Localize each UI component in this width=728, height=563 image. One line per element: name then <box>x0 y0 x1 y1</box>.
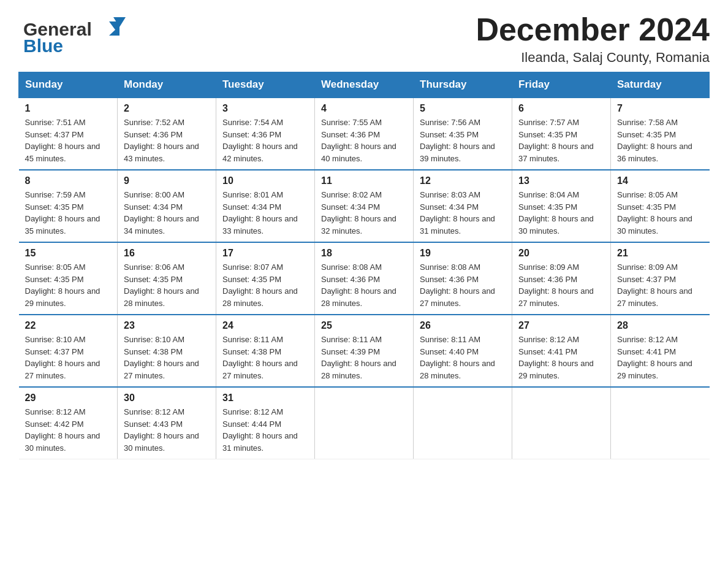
day-info: Sunrise: 7:51 AMSunset: 4:37 PMDaylight:… <box>25 118 100 163</box>
day-number: 27 <box>518 320 604 331</box>
table-row: 18 Sunrise: 8:08 AMSunset: 4:36 PMDaylig… <box>315 242 414 315</box>
day-number: 9 <box>124 175 210 186</box>
day-info: Sunrise: 8:09 AMSunset: 4:36 PMDaylight:… <box>518 262 594 308</box>
day-number: 17 <box>222 248 308 259</box>
page-header: General Blue December 2024 Ileanda, Sala… <box>18 12 710 66</box>
day-info: Sunrise: 8:12 AMSunset: 4:41 PMDaylight:… <box>617 335 692 380</box>
table-row: 22 Sunrise: 8:10 AMSunset: 4:37 PMDaylig… <box>19 315 118 387</box>
day-number: 19 <box>420 248 506 259</box>
day-number: 31 <box>222 393 308 404</box>
day-info: Sunrise: 8:12 AMSunset: 4:42 PMDaylight:… <box>25 407 100 453</box>
day-info: Sunrise: 8:10 AMSunset: 4:37 PMDaylight:… <box>25 335 100 380</box>
day-info: Sunrise: 8:05 AMSunset: 4:35 PMDaylight:… <box>25 262 100 308</box>
header-tuesday: Tuesday <box>216 72 315 98</box>
day-info: Sunrise: 8:12 AMSunset: 4:41 PMDaylight:… <box>518 335 594 380</box>
day-info: Sunrise: 8:09 AMSunset: 4:37 PMDaylight:… <box>617 262 692 308</box>
table-row: 17 Sunrise: 8:07 AMSunset: 4:35 PMDaylig… <box>216 242 315 315</box>
day-info: Sunrise: 8:11 AMSunset: 4:40 PMDaylight:… <box>420 335 495 380</box>
table-row: 26 Sunrise: 8:11 AMSunset: 4:40 PMDaylig… <box>414 315 512 387</box>
location: Ileanda, Salaj County, Romania <box>476 50 710 66</box>
table-row: 13 Sunrise: 8:04 AMSunset: 4:35 PMDaylig… <box>512 170 611 242</box>
day-info: Sunrise: 8:05 AMSunset: 4:35 PMDaylight:… <box>617 190 692 236</box>
header-friday: Friday <box>512 72 611 98</box>
day-info: Sunrise: 8:11 AMSunset: 4:39 PMDaylight:… <box>321 335 396 380</box>
table-row: 7 Sunrise: 7:58 AMSunset: 4:35 PMDayligh… <box>611 98 710 170</box>
calendar-week-row: 8 Sunrise: 7:59 AMSunset: 4:35 PMDayligh… <box>19 170 710 242</box>
svg-text:Blue: Blue <box>23 36 63 55</box>
table-row: 6 Sunrise: 7:57 AMSunset: 4:35 PMDayligh… <box>512 98 611 170</box>
day-info: Sunrise: 8:08 AMSunset: 4:36 PMDaylight:… <box>420 262 495 308</box>
title-section: December 2024 Ileanda, Salaj County, Rom… <box>476 12 710 66</box>
table-row: 12 Sunrise: 8:03 AMSunset: 4:34 PMDaylig… <box>414 170 512 242</box>
day-number: 2 <box>124 103 210 114</box>
day-info: Sunrise: 8:01 AMSunset: 4:34 PMDaylight:… <box>222 190 298 236</box>
table-row <box>512 387 611 459</box>
day-number: 16 <box>124 248 210 259</box>
day-info: Sunrise: 8:08 AMSunset: 4:36 PMDaylight:… <box>321 262 396 308</box>
calendar-week-row: 22 Sunrise: 8:10 AMSunset: 4:37 PMDaylig… <box>19 315 710 387</box>
calendar-week-row: 1 Sunrise: 7:51 AMSunset: 4:37 PMDayligh… <box>19 98 710 170</box>
table-row <box>611 387 710 459</box>
table-row <box>414 387 512 459</box>
day-info: Sunrise: 7:58 AMSunset: 4:35 PMDaylight:… <box>617 118 692 163</box>
day-number: 30 <box>124 393 210 404</box>
header-sunday: Sunday <box>19 72 118 98</box>
calendar-table: Sunday Monday Tuesday Wednesday Thursday… <box>18 72 710 459</box>
table-row: 4 Sunrise: 7:55 AMSunset: 4:36 PMDayligh… <box>315 98 414 170</box>
header-monday: Monday <box>118 72 216 98</box>
table-row: 30 Sunrise: 8:12 AMSunset: 4:43 PMDaylig… <box>118 387 216 459</box>
day-number: 3 <box>222 103 308 114</box>
table-row: 8 Sunrise: 7:59 AMSunset: 4:35 PMDayligh… <box>19 170 118 242</box>
day-number: 13 <box>518 175 604 186</box>
table-row: 20 Sunrise: 8:09 AMSunset: 4:36 PMDaylig… <box>512 242 611 315</box>
day-number: 11 <box>321 175 407 186</box>
calendar-week-row: 29 Sunrise: 8:12 AMSunset: 4:42 PMDaylig… <box>19 387 710 459</box>
day-info: Sunrise: 7:57 AMSunset: 4:35 PMDaylight:… <box>518 118 594 163</box>
table-row <box>315 387 414 459</box>
table-row: 1 Sunrise: 7:51 AMSunset: 4:37 PMDayligh… <box>19 98 118 170</box>
day-number: 15 <box>25 248 112 259</box>
day-number: 20 <box>518 248 604 259</box>
table-row: 21 Sunrise: 8:09 AMSunset: 4:37 PMDaylig… <box>611 242 710 315</box>
day-info: Sunrise: 8:02 AMSunset: 4:34 PMDaylight:… <box>321 190 396 236</box>
day-number: 5 <box>420 103 506 114</box>
day-info: Sunrise: 7:54 AMSunset: 4:36 PMDaylight:… <box>222 118 298 163</box>
day-info: Sunrise: 8:11 AMSunset: 4:38 PMDaylight:… <box>222 335 298 380</box>
table-row: 3 Sunrise: 7:54 AMSunset: 4:36 PMDayligh… <box>216 98 315 170</box>
table-row: 16 Sunrise: 8:06 AMSunset: 4:35 PMDaylig… <box>118 242 216 315</box>
table-row: 9 Sunrise: 8:00 AMSunset: 4:34 PMDayligh… <box>118 170 216 242</box>
table-row: 5 Sunrise: 7:56 AMSunset: 4:35 PMDayligh… <box>414 98 512 170</box>
table-row: 29 Sunrise: 8:12 AMSunset: 4:42 PMDaylig… <box>19 387 118 459</box>
table-row: 28 Sunrise: 8:12 AMSunset: 4:41 PMDaylig… <box>611 315 710 387</box>
logo: General Blue <box>18 12 135 58</box>
month-title: December 2024 <box>476 12 710 47</box>
day-number: 25 <box>321 320 407 331</box>
day-number: 12 <box>420 175 506 186</box>
header-thursday: Thursday <box>414 72 512 98</box>
table-row: 14 Sunrise: 8:05 AMSunset: 4:35 PMDaylig… <box>611 170 710 242</box>
day-number: 18 <box>321 248 407 259</box>
table-row: 10 Sunrise: 8:01 AMSunset: 4:34 PMDaylig… <box>216 170 315 242</box>
day-info: Sunrise: 8:03 AMSunset: 4:34 PMDaylight:… <box>420 190 495 236</box>
table-row: 25 Sunrise: 8:11 AMSunset: 4:39 PMDaylig… <box>315 315 414 387</box>
table-row: 19 Sunrise: 8:08 AMSunset: 4:36 PMDaylig… <box>414 242 512 315</box>
table-row: 11 Sunrise: 8:02 AMSunset: 4:34 PMDaylig… <box>315 170 414 242</box>
table-row: 23 Sunrise: 8:10 AMSunset: 4:38 PMDaylig… <box>118 315 216 387</box>
day-number: 29 <box>25 393 112 404</box>
day-info: Sunrise: 7:52 AMSunset: 4:36 PMDaylight:… <box>124 118 199 163</box>
day-info: Sunrise: 7:55 AMSunset: 4:36 PMDaylight:… <box>321 118 396 163</box>
day-info: Sunrise: 8:12 AMSunset: 4:44 PMDaylight:… <box>222 407 298 453</box>
day-number: 7 <box>617 103 703 114</box>
day-info: Sunrise: 8:10 AMSunset: 4:38 PMDaylight:… <box>124 335 199 380</box>
table-row: 2 Sunrise: 7:52 AMSunset: 4:36 PMDayligh… <box>118 98 216 170</box>
day-number: 24 <box>222 320 308 331</box>
day-info: Sunrise: 7:56 AMSunset: 4:35 PMDaylight:… <box>420 118 495 163</box>
calendar-week-row: 15 Sunrise: 8:05 AMSunset: 4:35 PMDaylig… <box>19 242 710 315</box>
day-number: 10 <box>222 175 308 186</box>
day-number: 4 <box>321 103 407 114</box>
header-saturday: Saturday <box>611 72 710 98</box>
day-number: 23 <box>124 320 210 331</box>
day-number: 8 <box>25 175 112 186</box>
table-row: 31 Sunrise: 8:12 AMSunset: 4:44 PMDaylig… <box>216 387 315 459</box>
day-number: 1 <box>25 103 112 114</box>
